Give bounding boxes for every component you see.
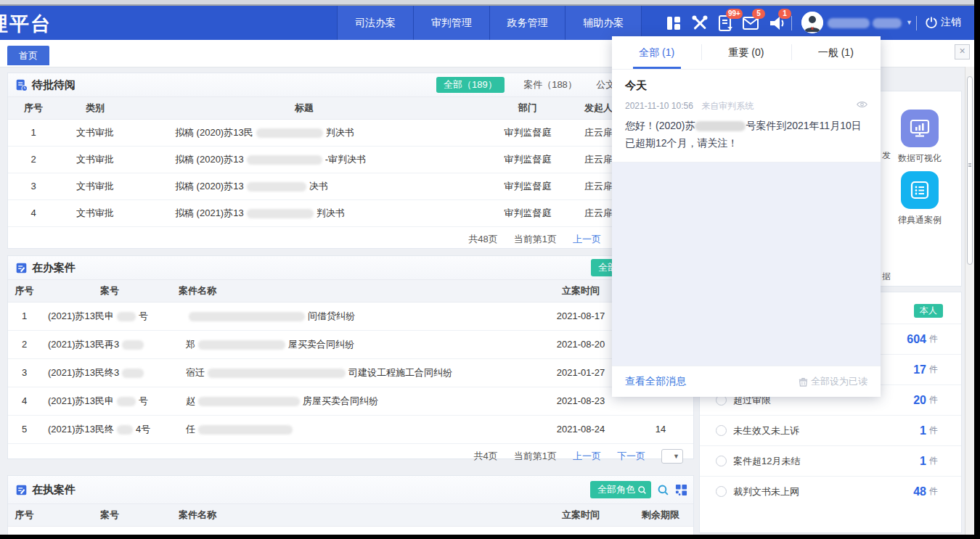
col-remaining: 剩余期限 [628, 504, 693, 526]
tools-icon[interactable] [691, 15, 709, 32]
search-icon[interactable] [657, 484, 669, 496]
redacted-username [873, 18, 902, 28]
col-case-no: 案号 [41, 504, 179, 526]
redacted-text [256, 128, 323, 138]
next-page-button[interactable]: 下一页 [617, 450, 645, 463]
notification-empty-area [612, 162, 881, 366]
scrollbar-grip [968, 162, 971, 167]
notification-footer: 查看全部消息 全部设为已读 [612, 366, 881, 397]
tab-general-messages[interactable]: 一般 (1) [791, 36, 881, 69]
app-label: 数据可视化 [887, 152, 952, 165]
table-row[interactable]: 1 (2021)苏13民申号 间借贷纠纷 2021-08-17 [8, 303, 693, 331]
table-row[interactable]: 4 (2021)苏13民申号 赵房屋买卖合同纠纷 2021-08-23 [8, 387, 693, 416]
radio-icon[interactable] [716, 425, 727, 436]
app-label-fragment: 据 [882, 271, 891, 283]
grid-icon[interactable] [675, 484, 687, 496]
page-total: 共4页 [474, 450, 498, 463]
app-label-fragment: 发 [882, 149, 891, 162]
prev-page-button[interactable]: 上一页 [573, 233, 601, 246]
working-panel-header: 在办案件 全部角色 [8, 256, 693, 280]
view-all-messages-link[interactable]: 查看全部消息 [625, 375, 686, 388]
col-type: 类别 [59, 97, 131, 119]
pending-panel-title: 待批待阅 [32, 78, 75, 92]
announcement-icon[interactable]: 1 [768, 15, 785, 32]
app-item-ludianton-cases[interactable]: 律典通案例 [887, 171, 952, 226]
executing-cases-panel: 在执案件 全部角色 序号 案号 案件名称 立案时间 剩余期限 [7, 475, 694, 535]
redacted-text [198, 340, 285, 350]
table-row[interactable]: 4文书审批 拟稿 (2021)苏13判决书 审判监督庭庄云扉 [8, 200, 693, 227]
stat-row[interactable]: 案件超12月未结 1件 [700, 446, 961, 477]
todo-doc-icon[interactable]: 99+ [717, 15, 735, 32]
table-row[interactable]: 1文书审批 拟稿 (2020)苏13民判决书 审判监督庭庄云扉 [8, 120, 693, 147]
table-row[interactable]: 2文书审批 拟稿 (2020)苏13-审判决书 审判监督庭庄云扉 [8, 147, 693, 173]
nav-assist-case[interactable]: 辅助办案 [565, 6, 642, 40]
mail-icon[interactable]: 5 [742, 15, 759, 32]
col-title: 标题 [131, 97, 477, 119]
nav-trial-management[interactable]: 审判管理 [413, 6, 489, 40]
eye-icon[interactable] [857, 100, 867, 109]
redacted-text [247, 155, 322, 165]
table-row[interactable]: 3文书审批 拟稿 (2020)苏13决书 审判监督庭庄云扉 [8, 173, 693, 200]
stat-row[interactable]: 裁判文书未上网 48件 [700, 477, 961, 506]
working-table-header: 序号 案号 案件名称 立案时间 [8, 280, 693, 303]
role-filter-button[interactable]: 全部角色 [590, 481, 651, 498]
trash-icon [799, 377, 808, 387]
prev-page-button[interactable]: 上一页 [573, 450, 601, 463]
col-filing-date: 立案时间 [534, 504, 628, 526]
redacted-text [247, 182, 306, 192]
tab-home[interactable]: 首页 [7, 46, 49, 65]
avatar[interactable] [801, 12, 823, 33]
monitor-chart-icon [901, 110, 939, 147]
redacted-username [828, 18, 870, 28]
todo-badge: 99+ [726, 9, 743, 19]
close-icon[interactable]: × [955, 44, 970, 59]
nav-government-affairs[interactable]: 政务管理 [489, 6, 565, 40]
table-row[interactable]: 2 (2021)苏13民再3 郑屋买卖合同纠纷 2021-08-20 [8, 331, 693, 359]
filter-cases[interactable]: 案件（188） [523, 79, 577, 90]
radio-icon[interactable] [716, 486, 727, 497]
col-seq: 序号 [8, 280, 41, 302]
col-seq: 序号 [8, 504, 41, 526]
table-row[interactable]: 3 (2021)苏13民终3 宿迁司建设工程施工合同纠纷 2021-01-27 [8, 359, 693, 387]
notification-meta: 2021-11-10 10:56 来自审判系统 [625, 100, 867, 112]
notification-source: 来自审判系统 [701, 101, 754, 111]
redacted-text [198, 397, 300, 406]
col-case-name: 案件名称 [179, 280, 534, 302]
filter-all[interactable]: 全部（189） [436, 77, 505, 93]
nav-judicial-case[interactable]: 司法办案 [337, 6, 413, 40]
table-row[interactable]: 5 (2021)苏13民终4号 任 2021-08-2414 [8, 416, 693, 444]
power-icon[interactable] [925, 16, 938, 29]
stat-row[interactable]: 未生效又未上诉 1件 [700, 416, 961, 446]
mail-badge: 5 [752, 9, 765, 19]
app-window: 理平台 司法办案 审判管理 政务管理 辅助办案 99+ 5 1 [0, 0, 974, 535]
notification-dropdown: 全部 (1) 重要 (0) 一般 (1) 今天 2021-11-10 10:56… [612, 36, 881, 397]
working-panel-title: 在办案件 [32, 261, 75, 275]
pending-pagination: 共48页 当前第1页 上一页 下一页 ▼ [8, 227, 693, 252]
search-icon [637, 485, 647, 495]
notification-list: 今天 2021-11-10 10:56 来自审判系统 您好！(2020)苏号案件… [612, 70, 881, 162]
me-filter-button[interactable]: 本人 [914, 304, 943, 318]
vertical-scrollbar[interactable] [965, 67, 974, 535]
redacted-text [208, 369, 346, 378]
pending-approval-panel: 待批待阅 全部（189） 案件（188） 公文 序号 类别 标题 部门 发起人 … [7, 73, 694, 249]
mark-all-read-button[interactable]: 全部设为已读 [799, 375, 867, 388]
page-current: 当前第1页 [514, 233, 557, 246]
scrollbar-thumb[interactable] [967, 76, 973, 265]
window-chrome [0, 0, 974, 6]
page-size-select[interactable]: ▼ [661, 449, 683, 464]
tab-important-messages[interactable]: 重要 (0) [701, 36, 791, 69]
chevron-down-icon[interactable]: ▼ [906, 19, 912, 26]
notification-tabs: 全部 (1) 重要 (0) 一般 (1) [612, 36, 881, 70]
list-doc-icon [901, 171, 939, 209]
notification-message[interactable]: 您好！(2020)苏号案件到2021年11月10日已超期12个月，请关注！ [625, 117, 867, 152]
working-cases-panel: 在办案件 全部角色 序号 案号 案件名称 立案时间 1 (2021)苏13民申号… [7, 255, 694, 459]
radio-icon[interactable] [716, 456, 727, 466]
logout-button[interactable]: 注销 [941, 16, 961, 29]
app-title: 理平台 [0, 11, 52, 37]
dashboard-icon[interactable] [665, 15, 682, 32]
tab-all-messages[interactable]: 全部 (1) [612, 36, 701, 69]
col-seq: 序号 [8, 97, 59, 119]
case-edit-icon [15, 262, 28, 274]
app-item-data-visualization[interactable]: 数据可视化 [887, 110, 952, 165]
notification-time: 2021-11-10 10:56 [625, 101, 693, 111]
